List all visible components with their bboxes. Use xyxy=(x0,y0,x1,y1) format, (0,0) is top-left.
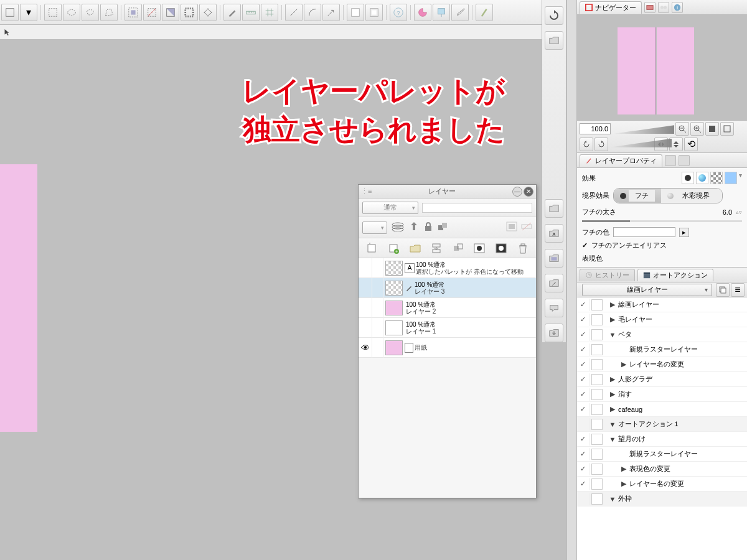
autoaction-item[interactable]: ✓ ▶ 毛レイヤー xyxy=(577,312,747,327)
checkbox[interactable]: ✓ xyxy=(577,433,590,446)
folder-down-icon[interactable] xyxy=(545,324,563,342)
effect-sphere-icon[interactable] xyxy=(696,172,708,184)
tool-invert-icon[interactable] xyxy=(162,4,179,21)
autoaction-select[interactable]: 線画レイヤー xyxy=(582,284,712,296)
checkbox[interactable]: ✓ xyxy=(577,358,590,371)
new-layer-icon[interactable] xyxy=(364,241,380,256)
checkbox[interactable] xyxy=(577,418,590,431)
navigator-tab[interactable]: ナビゲーター xyxy=(580,1,642,14)
tab-info-icon[interactable]: i xyxy=(672,2,683,13)
checkbox[interactable]: ✓ xyxy=(577,373,590,386)
navigator-preview[interactable] xyxy=(577,15,747,121)
tool-pen-icon[interactable] xyxy=(223,4,241,21)
layer-item[interactable]: 100 %通常レイヤー 1 xyxy=(359,318,536,338)
autoaction-item[interactable]: ✓ ▶ 表現色の変更 xyxy=(577,462,747,477)
folder-pen-icon[interactable] xyxy=(545,274,563,292)
antialias-label[interactable]: フチのアンチエイリアス xyxy=(591,241,667,250)
effect-color-icon[interactable] xyxy=(725,172,737,184)
ruler-off-icon[interactable] xyxy=(521,222,532,234)
tab-extra[interactable] xyxy=(679,155,690,166)
dock-grip[interactable] xyxy=(567,0,577,560)
checkbox[interactable]: ✓ xyxy=(577,329,590,341)
mask-icon[interactable] xyxy=(506,222,517,234)
zoom-slider[interactable] xyxy=(612,124,674,134)
autoaction-item[interactable]: ✓ ▼ ベタ xyxy=(577,327,747,342)
close-icon[interactable]: ✕ xyxy=(524,187,533,197)
visibility-icon[interactable]: 👁 xyxy=(359,338,372,358)
checkbox[interactable]: ✓ xyxy=(577,463,590,475)
visibility-icon[interactable] xyxy=(359,278,372,298)
combine-icon[interactable] xyxy=(450,241,466,256)
tool-select-all-icon[interactable] xyxy=(125,4,142,21)
tool-polygon-icon[interactable] xyxy=(100,4,118,21)
visibility-icon[interactable] xyxy=(359,258,372,278)
fit-screen-icon[interactable] xyxy=(720,122,734,136)
zoom-input[interactable] xyxy=(580,123,611,134)
merge-down-icon[interactable] xyxy=(428,241,444,256)
trash-icon[interactable] xyxy=(515,241,531,256)
layer-item[interactable]: 👁 用紙 xyxy=(359,338,536,358)
visibility-icon[interactable] xyxy=(359,318,372,338)
layer-property-tab[interactable]: レイヤープロパティ xyxy=(580,154,662,167)
checkbox[interactable]: ✓ xyxy=(577,314,590,326)
zoom-in-icon[interactable] xyxy=(690,122,704,136)
border-color-picker-button[interactable]: ▸ xyxy=(679,228,689,237)
apply-mask-icon[interactable] xyxy=(493,241,509,256)
zoom-out-icon[interactable] xyxy=(675,122,689,136)
tab-extra-icon[interactable] xyxy=(644,2,655,13)
checkbox[interactable]: ✓ xyxy=(577,478,590,490)
checkbox[interactable] xyxy=(577,493,590,505)
folder-chat-icon[interactable] xyxy=(545,299,563,317)
tool-arrow-icon[interactable] xyxy=(322,4,340,21)
blend-mode-select[interactable]: 通常 xyxy=(362,202,418,214)
effect-dot-icon[interactable] xyxy=(682,172,694,184)
layer-palette[interactable]: ⋮≡ レイヤー — ✕ 通常 + A 100 %通常選択したパレットが 赤色にな… xyxy=(358,184,537,498)
autoaction-item[interactable]: ▼ オートアクション１ xyxy=(577,417,747,432)
refresh-icon[interactable] xyxy=(545,6,563,25)
tool-brush-icon[interactable] xyxy=(476,4,493,21)
rotate-left-icon[interactable] xyxy=(580,138,593,151)
checkbox[interactable]: ✓ xyxy=(577,299,590,311)
new-layer-plus-icon[interactable]: + xyxy=(385,241,402,256)
autoaction-tab[interactable]: オートアクション xyxy=(637,269,713,281)
border-width-slider[interactable] xyxy=(582,220,742,222)
tool-border-icon[interactable] xyxy=(181,4,198,21)
tool-line-icon[interactable] xyxy=(285,4,303,21)
autoaction-item[interactable]: ✓ ▶ 人影グラデ xyxy=(577,372,747,387)
minimize-icon[interactable]: — xyxy=(512,187,522,197)
tool-shrink-icon[interactable] xyxy=(199,4,217,21)
autoaction-item[interactable]: ▼ 外枠 xyxy=(577,492,747,506)
autoaction-item[interactable]: ✓ ▶ 線画レイヤー xyxy=(577,297,747,312)
tool-lasso-icon[interactable] xyxy=(82,4,99,21)
history-tab[interactable]: ヒストリー xyxy=(580,269,635,281)
reset-rotation-icon[interactable]: ⟲ xyxy=(684,138,698,151)
folder-new-icon[interactable] xyxy=(545,199,563,218)
document-page[interactable] xyxy=(0,164,37,432)
tool-canvas-icon[interactable] xyxy=(433,4,450,21)
new-folder-icon[interactable] xyxy=(407,241,423,256)
layer-dropdown[interactable] xyxy=(362,222,387,234)
aa-copy-icon[interactable] xyxy=(716,283,730,297)
tab-extra-icon[interactable] xyxy=(658,2,669,13)
autoaction-item[interactable]: ✓ ▶ 消す xyxy=(577,387,747,402)
autoaction-item[interactable]: ✓ ▶ cafeaug xyxy=(577,402,747,417)
boundary-toggle[interactable]: フチ 水彩境界 xyxy=(613,188,723,203)
effect-checker-icon[interactable] xyxy=(710,172,723,184)
tool-grid-icon[interactable] xyxy=(261,4,278,21)
tab-extra[interactable] xyxy=(665,155,676,166)
mask-new-icon[interactable] xyxy=(471,241,487,256)
tool-fill-outside-icon[interactable] xyxy=(365,4,383,21)
lock-alpha-icon[interactable] xyxy=(437,222,448,234)
tool-clear-icon[interactable] xyxy=(347,4,364,21)
tool-ruler-icon[interactable] xyxy=(242,4,260,21)
checkbox[interactable]: ✓ xyxy=(577,343,590,356)
checkbox[interactable]: ✓ xyxy=(577,448,590,460)
lock-icon[interactable] xyxy=(423,222,433,234)
stack-icon[interactable] xyxy=(391,222,405,234)
border-color-swatch[interactable] xyxy=(613,227,675,237)
layer-item[interactable]: A 100 %通常選択したパレットが 赤色になって移動 xyxy=(359,258,536,278)
checkbox[interactable]: ✓ xyxy=(577,388,590,401)
autoaction-item[interactable]: ✓ 新規ラスターレイヤー xyxy=(577,342,747,357)
layer-palette-title-bar[interactable]: ⋮≡ レイヤー — ✕ xyxy=(359,185,536,198)
reference-icon[interactable] xyxy=(408,221,420,235)
